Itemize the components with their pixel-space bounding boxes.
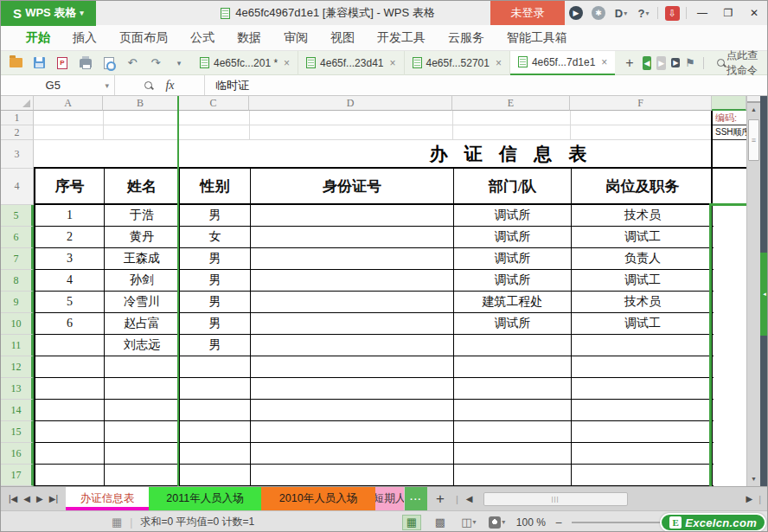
table-cell[interactable] bbox=[105, 378, 180, 400]
select-all-corner[interactable] bbox=[1, 96, 34, 111]
table-cell[interactable] bbox=[572, 356, 714, 378]
table-cell[interactable] bbox=[251, 421, 454, 443]
eye-protection-icon[interactable]: ▾ bbox=[488, 515, 507, 530]
sheet-tab-2011年人员入场[interactable]: 2011年人员入场 bbox=[149, 487, 261, 510]
tab-forward-button[interactable]: ▶ bbox=[656, 56, 666, 70]
col-header-A[interactable]: A bbox=[34, 96, 103, 111]
table-cell[interactable] bbox=[251, 248, 454, 270]
table-header-cell[interactable]: 性别 bbox=[180, 169, 251, 205]
table-cell[interactable] bbox=[572, 443, 714, 465]
close-button[interactable]: ✕ bbox=[741, 1, 767, 25]
table-cell[interactable] bbox=[105, 400, 180, 421]
table-cell[interactable]: 调试工 bbox=[572, 227, 714, 248]
table-cell[interactable] bbox=[180, 465, 251, 486]
normal-view-icon[interactable]: ▦ bbox=[402, 515, 421, 530]
ribbon-tab-视图[interactable]: 视图 bbox=[319, 25, 366, 51]
document-tab[interactable]: 4e65fc...201 *× bbox=[192, 51, 298, 75]
col-header-C[interactable]: C bbox=[178, 96, 249, 111]
table-cell[interactable]: 男 bbox=[180, 248, 251, 270]
table-cell[interactable]: 女 bbox=[180, 227, 251, 248]
add-sheet-button[interactable]: + bbox=[427, 487, 453, 510]
page-layout-view-icon[interactable]: ◫▾ bbox=[459, 515, 478, 530]
table-cell[interactable] bbox=[251, 378, 454, 400]
row-header-8[interactable]: 8 bbox=[1, 270, 34, 292]
row-header-5[interactable]: 5 bbox=[1, 205, 34, 227]
name-box[interactable]: G5 ▾ bbox=[1, 75, 115, 95]
table-cell[interactable] bbox=[35, 356, 105, 378]
export-pdf-icon[interactable]: P bbox=[54, 55, 70, 71]
undo-icon[interactable]: ↶ bbox=[125, 55, 140, 71]
table-cell[interactable] bbox=[454, 400, 572, 421]
scroll-down-icon[interactable]: ▼ bbox=[747, 472, 760, 485]
table-cell[interactable] bbox=[180, 443, 251, 465]
ribbon-tab-开发工具[interactable]: 开发工具 bbox=[366, 25, 437, 51]
row-header-12[interactable]: 12 bbox=[1, 356, 34, 378]
vertical-scroll-thumb[interactable]: ≡ bbox=[748, 119, 759, 161]
table-cell[interactable]: 1 bbox=[35, 205, 105, 227]
sheet-title-cell[interactable]: 办 证 信 息 表 bbox=[381, 140, 641, 167]
print-preview-icon[interactable] bbox=[101, 55, 117, 71]
table-cell[interactable]: 4 bbox=[35, 270, 105, 292]
col-header-F[interactable]: F bbox=[570, 96, 712, 111]
col-header-g[interactable] bbox=[712, 96, 746, 111]
table-header-cell[interactable]: 序号 bbox=[35, 169, 105, 205]
document-tab[interactable]: 4e65f...52701 × bbox=[405, 51, 510, 75]
split-handle[interactable] bbox=[747, 96, 760, 103]
table-cell[interactable]: 调试工 bbox=[572, 313, 714, 335]
table-cell[interactable]: 孙剑 bbox=[105, 270, 180, 292]
table-cell[interactable]: 男 bbox=[180, 270, 251, 292]
row-header-14[interactable]: 14 bbox=[1, 400, 34, 421]
row-header-11[interactable]: 11 bbox=[1, 335, 34, 356]
table-cell[interactable]: 调试工 bbox=[572, 270, 714, 292]
flag-icon[interactable]: ⚑ bbox=[685, 56, 695, 69]
scroll-left-icon[interactable]: ◀ bbox=[466, 494, 473, 503]
table-cell[interactable] bbox=[251, 443, 454, 465]
row-header-10[interactable]: 10 bbox=[1, 313, 34, 335]
sheet-nav-icon-2[interactable]: ▶ bbox=[36, 494, 43, 503]
table-cell[interactable]: 调试所 bbox=[454, 270, 572, 292]
table-cell[interactable]: 赵占富 bbox=[105, 313, 180, 335]
table-cell[interactable] bbox=[35, 465, 105, 486]
table-cell[interactable]: 王森成 bbox=[105, 248, 180, 270]
table-cell[interactable] bbox=[251, 356, 454, 378]
table-cell[interactable] bbox=[454, 465, 572, 486]
formula-input[interactable]: 临时证 bbox=[205, 75, 767, 95]
table-cell[interactable] bbox=[251, 205, 454, 227]
open-file-icon[interactable] bbox=[8, 55, 23, 71]
horizontal-scroll-thumb[interactable]: ||| bbox=[483, 492, 628, 506]
close-tab-icon[interactable]: × bbox=[389, 57, 395, 69]
close-tab-icon[interactable]: × bbox=[601, 56, 607, 68]
maximize-button[interactable]: ❐ bbox=[715, 1, 741, 25]
row-header-3[interactable]: 3 bbox=[1, 140, 34, 169]
row-header-4[interactable]: 4 bbox=[1, 169, 34, 205]
skin-dropdown-icon[interactable]: D▾ bbox=[610, 1, 632, 25]
sheet-tab-短期人[interactable]: 短期人 bbox=[375, 487, 404, 510]
table-cell[interactable]: 冷雪川 bbox=[105, 292, 180, 313]
row-header-7[interactable]: 7 bbox=[1, 248, 34, 270]
chevron-down-icon[interactable]: ▾ bbox=[105, 81, 114, 90]
table-cell[interactable]: 技术员 bbox=[572, 292, 714, 313]
table-cell[interactable]: 调试所 bbox=[454, 248, 572, 270]
table-cell[interactable]: 3 bbox=[35, 248, 105, 270]
more-sheets-button[interactable]: ··· bbox=[405, 487, 427, 510]
table-cell[interactable]: 调试所 bbox=[454, 205, 572, 227]
sheet-tab-2010年人员入场[interactable]: 2010年人员入场 bbox=[261, 487, 375, 510]
ribbon-tab-数据[interactable]: 数据 bbox=[226, 25, 272, 51]
table-cell[interactable]: 2 bbox=[35, 227, 105, 248]
ribbon-tab-公式[interactable]: 公式 bbox=[179, 25, 226, 51]
table-header-cell[interactable]: 部门/队 bbox=[454, 169, 572, 205]
sheet-nav-icon-1[interactable]: ◀ bbox=[23, 494, 30, 503]
table-cell[interactable] bbox=[251, 335, 454, 356]
table-cell[interactable] bbox=[572, 465, 714, 486]
table-cell[interactable] bbox=[454, 378, 572, 400]
table-cell[interactable] bbox=[35, 400, 105, 421]
magnifier-icon[interactable] bbox=[144, 81, 153, 90]
row-header-9[interactable]: 9 bbox=[1, 292, 34, 313]
row-header-2[interactable]: 2 bbox=[1, 125, 34, 140]
table-cell[interactable] bbox=[105, 421, 180, 443]
table-cell[interactable] bbox=[180, 378, 251, 400]
table-header-cell[interactable]: 身份证号 bbox=[251, 169, 454, 205]
ribbon-tab-智能工具箱[interactable]: 智能工具箱 bbox=[496, 25, 579, 51]
redo-icon[interactable]: ↷ bbox=[148, 55, 163, 71]
close-tab-icon[interactable]: × bbox=[496, 57, 502, 69]
